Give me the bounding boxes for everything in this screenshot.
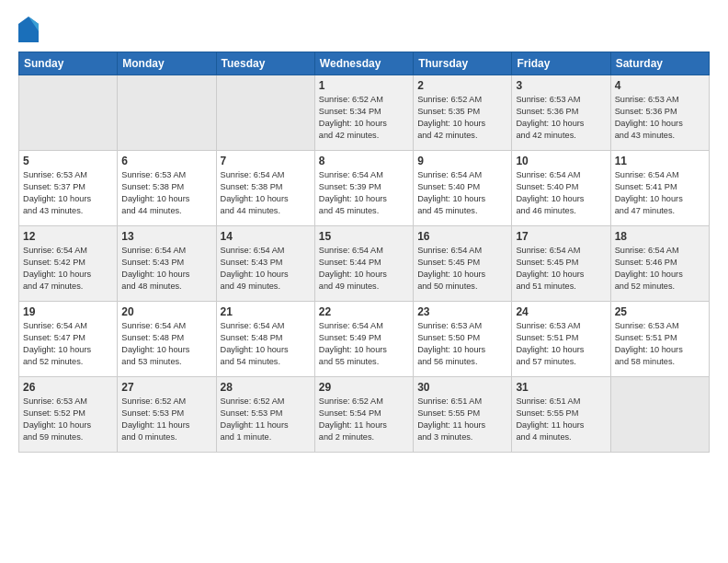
- calendar-cell: 8Sunrise: 6:54 AM Sunset: 5:39 PM Daylig…: [314, 151, 413, 226]
- day-number: 17: [516, 230, 606, 243]
- weekday-header-thursday: Thursday: [414, 52, 512, 75]
- day-number: 19: [23, 305, 113, 318]
- week-row-4: 19Sunrise: 6:54 AM Sunset: 5:47 PM Dayli…: [19, 302, 710, 377]
- day-info: Sunrise: 6:54 AM Sunset: 5:39 PM Dayligh…: [319, 169, 409, 217]
- day-number: 9: [417, 155, 507, 167]
- day-number: 24: [516, 305, 606, 318]
- day-info: Sunrise: 6:54 AM Sunset: 5:44 PM Dayligh…: [319, 245, 409, 293]
- day-info: Sunrise: 6:51 AM Sunset: 5:55 PM Dayligh…: [516, 396, 606, 443]
- day-info: Sunrise: 6:54 AM Sunset: 5:43 PM Dayligh…: [221, 245, 311, 293]
- day-info: Sunrise: 6:54 AM Sunset: 5:48 PM Dayligh…: [121, 320, 211, 368]
- calendar-cell: 1Sunrise: 6:52 AM Sunset: 5:34 PM Daylig…: [314, 75, 413, 151]
- calendar-cell: 9Sunrise: 6:54 AM Sunset: 5:40 PM Daylig…: [414, 151, 512, 226]
- day-number: 25: [615, 305, 705, 318]
- header: [18, 17, 710, 42]
- calendar-cell: 7Sunrise: 6:54 AM Sunset: 5:38 PM Daylig…: [216, 151, 314, 226]
- calendar-cell: 11Sunrise: 6:54 AM Sunset: 5:41 PM Dayli…: [610, 151, 709, 226]
- calendar-cell: 30Sunrise: 6:51 AM Sunset: 5:55 PM Dayli…: [414, 377, 512, 453]
- calendar-cell: 10Sunrise: 6:54 AM Sunset: 5:40 PM Dayli…: [512, 151, 610, 226]
- day-number: 11: [615, 155, 705, 167]
- day-number: 31: [516, 381, 606, 394]
- day-info: Sunrise: 6:51 AM Sunset: 5:55 PM Dayligh…: [417, 396, 507, 443]
- day-number: 30: [417, 381, 507, 394]
- day-number: 18: [615, 230, 705, 243]
- week-row-3: 12Sunrise: 6:54 AM Sunset: 5:42 PM Dayli…: [19, 226, 710, 302]
- calendar-cell: 6Sunrise: 6:53 AM Sunset: 5:38 PM Daylig…: [118, 151, 216, 226]
- calendar-cell: 12Sunrise: 6:54 AM Sunset: 5:42 PM Dayli…: [19, 226, 118, 302]
- calendar-cell: 14Sunrise: 6:54 AM Sunset: 5:43 PM Dayli…: [216, 226, 314, 302]
- day-info: Sunrise: 6:53 AM Sunset: 5:36 PM Dayligh…: [516, 94, 606, 142]
- day-number: 3: [516, 79, 606, 92]
- day-info: Sunrise: 6:53 AM Sunset: 5:50 PM Dayligh…: [417, 320, 507, 368]
- calendar-cell: 2Sunrise: 6:52 AM Sunset: 5:35 PM Daylig…: [414, 75, 512, 151]
- calendar-cell: [19, 75, 118, 151]
- calendar-cell: 20Sunrise: 6:54 AM Sunset: 5:48 PM Dayli…: [118, 302, 216, 377]
- week-row-2: 5Sunrise: 6:53 AM Sunset: 5:37 PM Daylig…: [19, 151, 710, 226]
- day-number: 16: [417, 230, 507, 243]
- day-info: Sunrise: 6:53 AM Sunset: 5:51 PM Dayligh…: [516, 320, 606, 368]
- day-info: Sunrise: 6:54 AM Sunset: 5:41 PM Dayligh…: [615, 169, 705, 217]
- day-info: Sunrise: 6:53 AM Sunset: 5:38 PM Dayligh…: [121, 169, 211, 217]
- day-info: Sunrise: 6:54 AM Sunset: 5:49 PM Dayligh…: [319, 320, 409, 368]
- calendar-cell: 19Sunrise: 6:54 AM Sunset: 5:47 PM Dayli…: [19, 302, 118, 377]
- day-info: Sunrise: 6:54 AM Sunset: 5:46 PM Dayligh…: [615, 245, 705, 293]
- calendar-cell: 28Sunrise: 6:52 AM Sunset: 5:53 PM Dayli…: [216, 377, 314, 453]
- day-info: Sunrise: 6:54 AM Sunset: 5:45 PM Dayligh…: [417, 245, 507, 293]
- day-number: 8: [319, 155, 409, 167]
- calendar-cell: 16Sunrise: 6:54 AM Sunset: 5:45 PM Dayli…: [414, 226, 512, 302]
- day-info: Sunrise: 6:54 AM Sunset: 5:40 PM Dayligh…: [516, 169, 606, 217]
- day-info: Sunrise: 6:52 AM Sunset: 5:35 PM Dayligh…: [417, 94, 507, 142]
- weekday-header-monday: Monday: [118, 52, 216, 75]
- day-info: Sunrise: 6:54 AM Sunset: 5:42 PM Dayligh…: [23, 245, 113, 293]
- day-number: 27: [121, 381, 211, 394]
- day-number: 13: [121, 230, 211, 243]
- calendar-cell: 17Sunrise: 6:54 AM Sunset: 5:45 PM Dayli…: [512, 226, 610, 302]
- day-info: Sunrise: 6:52 AM Sunset: 5:53 PM Dayligh…: [221, 396, 311, 443]
- day-info: Sunrise: 6:54 AM Sunset: 5:43 PM Dayligh…: [121, 245, 211, 293]
- calendar-cell: 22Sunrise: 6:54 AM Sunset: 5:49 PM Dayli…: [314, 302, 413, 377]
- day-number: 6: [121, 155, 211, 167]
- weekday-header-friday: Friday: [512, 52, 610, 75]
- weekday-header-sunday: Sunday: [19, 52, 118, 75]
- day-number: 29: [319, 381, 409, 394]
- day-number: 7: [221, 155, 311, 167]
- day-info: Sunrise: 6:54 AM Sunset: 5:38 PM Dayligh…: [221, 169, 311, 217]
- day-info: Sunrise: 6:53 AM Sunset: 5:36 PM Dayligh…: [615, 94, 705, 142]
- day-number: 14: [221, 230, 311, 243]
- weekday-header-saturday: Saturday: [610, 52, 709, 75]
- day-info: Sunrise: 6:54 AM Sunset: 5:48 PM Dayligh…: [221, 320, 311, 368]
- day-info: Sunrise: 6:54 AM Sunset: 5:45 PM Dayligh…: [516, 245, 606, 293]
- day-number: 20: [121, 305, 211, 318]
- day-info: Sunrise: 6:53 AM Sunset: 5:37 PM Dayligh…: [23, 169, 113, 217]
- day-number: 4: [615, 79, 705, 92]
- svg-marker-0: [18, 17, 39, 42]
- calendar-cell: 25Sunrise: 6:53 AM Sunset: 5:51 PM Dayli…: [610, 302, 709, 377]
- page: SundayMondayTuesdayWednesdayThursdayFrid…: [0, 0, 728, 563]
- day-info: Sunrise: 6:52 AM Sunset: 5:54 PM Dayligh…: [319, 396, 409, 443]
- day-number: 22: [319, 305, 409, 318]
- day-number: 21: [221, 305, 311, 318]
- calendar-cell: 24Sunrise: 6:53 AM Sunset: 5:51 PM Dayli…: [512, 302, 610, 377]
- day-number: 26: [23, 381, 113, 394]
- day-info: Sunrise: 6:53 AM Sunset: 5:52 PM Dayligh…: [23, 396, 113, 443]
- calendar-cell: 4Sunrise: 6:53 AM Sunset: 5:36 PM Daylig…: [610, 75, 709, 151]
- calendar-cell: 3Sunrise: 6:53 AM Sunset: 5:36 PM Daylig…: [512, 75, 610, 151]
- calendar-cell: 31Sunrise: 6:51 AM Sunset: 5:55 PM Dayli…: [512, 377, 610, 453]
- logo-icon: [18, 17, 39, 42]
- day-number: 15: [319, 230, 409, 243]
- calendar-cell: 23Sunrise: 6:53 AM Sunset: 5:50 PM Dayli…: [414, 302, 512, 377]
- calendar-cell: 15Sunrise: 6:54 AM Sunset: 5:44 PM Dayli…: [314, 226, 413, 302]
- day-number: 10: [516, 155, 606, 167]
- logo: [18, 17, 41, 42]
- day-number: 1: [319, 79, 409, 92]
- day-info: Sunrise: 6:54 AM Sunset: 5:40 PM Dayligh…: [417, 169, 507, 217]
- weekday-header-tuesday: Tuesday: [216, 52, 314, 75]
- calendar-cell: 29Sunrise: 6:52 AM Sunset: 5:54 PM Dayli…: [314, 377, 413, 453]
- day-info: Sunrise: 6:54 AM Sunset: 5:47 PM Dayligh…: [23, 320, 113, 368]
- day-number: 23: [417, 305, 507, 318]
- day-number: 5: [23, 155, 113, 167]
- day-number: 28: [221, 381, 311, 394]
- day-info: Sunrise: 6:52 AM Sunset: 5:53 PM Dayligh…: [121, 396, 211, 443]
- calendar: SundayMondayTuesdayWednesdayThursdayFrid…: [18, 52, 710, 453]
- week-row-5: 26Sunrise: 6:53 AM Sunset: 5:52 PM Dayli…: [19, 377, 710, 453]
